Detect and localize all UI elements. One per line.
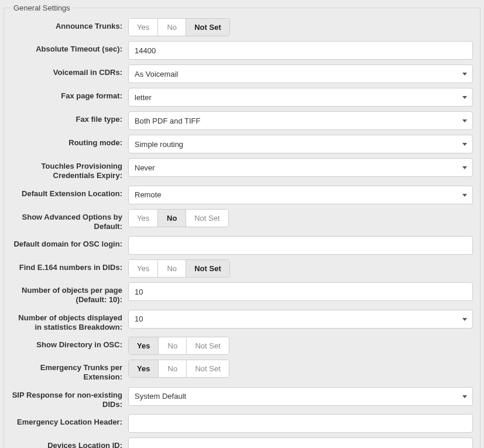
- default-domain-osc-input[interactable]: [128, 236, 473, 255]
- label-sip-response: SIP Response for non-existing DIDs:: [11, 387, 128, 410]
- show-advanced-toggle[interactable]: Yes No Not Set: [128, 209, 229, 227]
- label-announce-trunks: Announce Trunks:: [11, 18, 128, 31]
- fax-page-format-select[interactable]: [128, 88, 473, 107]
- devices-location-id-input[interactable]: [128, 437, 473, 448]
- label-show-directory-osc: Show Directory in OSC:: [11, 337, 128, 350]
- touchless-provisioning-select[interactable]: [128, 158, 473, 177]
- find-e164-no[interactable]: No: [158, 260, 186, 277]
- announce-trunks-no[interactable]: No: [158, 19, 186, 36]
- label-default-ext-location: Default Extension Location:: [11, 186, 128, 199]
- general-settings-fieldset: General Settings Announce Trunks: Yes No…: [4, 4, 480, 448]
- row-touchless-provisioning: Touchles Provisioning Credentials Expiry…: [11, 158, 473, 181]
- label-show-advanced: Show Advanced Options by Default:: [11, 209, 128, 232]
- announce-trunks-toggle[interactable]: Yes No Not Set: [128, 18, 230, 36]
- show-directory-osc-notset[interactable]: Not Set: [187, 337, 228, 354]
- emergency-trunks-yes[interactable]: Yes: [129, 360, 159, 377]
- show-advanced-yes[interactable]: Yes: [129, 210, 158, 227]
- row-fax-file-type: Fax file type:: [11, 111, 473, 130]
- row-announce-trunks: Announce Trunks: Yes No Not Set: [11, 18, 473, 36]
- default-ext-location-select[interactable]: [128, 186, 473, 204]
- row-objects-per-page: Number of objects per page (Default: 10)…: [11, 282, 473, 305]
- row-voicemail-cdrs: Voicemail in CDRs:: [11, 64, 473, 83]
- emergency-trunks-notset[interactable]: Not Set: [187, 360, 228, 377]
- row-objects-stats: Number of objects displayed in statistic…: [11, 310, 473, 333]
- objects-per-page-input[interactable]: [128, 282, 473, 301]
- row-show-advanced: Show Advanced Options by Default: Yes No…: [11, 209, 473, 232]
- find-e164-toggle[interactable]: Yes No Not Set: [128, 259, 230, 278]
- row-absolute-timeout: Absolute Timeout (sec):: [11, 41, 473, 60]
- show-directory-osc-no[interactable]: No: [159, 337, 187, 354]
- voicemail-cdrs-select[interactable]: [128, 64, 473, 83]
- emergency-trunks-toggle[interactable]: Yes No Not Set: [128, 360, 229, 378]
- routing-mode-select[interactable]: [128, 135, 473, 153]
- show-advanced-notset[interactable]: Not Set: [186, 210, 228, 227]
- label-emergency-location-header: Emergency Location Header:: [11, 414, 128, 427]
- row-find-e164: Find E.164 numbers in DIDs: Yes No Not S…: [11, 259, 473, 278]
- label-emergency-trunks: Emergency Trunks per Extension:: [11, 360, 128, 382]
- emergency-trunks-no[interactable]: No: [159, 360, 187, 377]
- row-show-directory-osc: Show Directory in OSC: Yes No Not Set: [11, 337, 473, 355]
- label-voicemail-cdrs: Voicemail in CDRs:: [11, 64, 128, 77]
- sip-response-select[interactable]: [128, 387, 473, 406]
- objects-stats-select[interactable]: [128, 310, 473, 329]
- announce-trunks-yes[interactable]: Yes: [129, 19, 158, 36]
- label-default-domain-osc: Default domain for OSC login:: [11, 236, 128, 249]
- show-directory-osc-yes[interactable]: Yes: [129, 337, 159, 354]
- announce-trunks-notset[interactable]: Not Set: [186, 19, 229, 36]
- row-devices-location-id: Devices Location ID:: [11, 437, 473, 448]
- label-fax-page-format: Fax page format:: [11, 88, 128, 101]
- show-advanced-no[interactable]: No: [158, 210, 186, 227]
- emergency-location-header-input[interactable]: [128, 414, 473, 433]
- row-default-ext-location: Default Extension Location:: [11, 186, 473, 204]
- find-e164-notset[interactable]: Not Set: [186, 260, 229, 277]
- row-routing-mode: Routing mode:: [11, 135, 473, 153]
- row-emergency-location-header: Emergency Location Header:: [11, 414, 473, 433]
- row-emergency-trunks: Emergency Trunks per Extension: Yes No N…: [11, 360, 473, 382]
- show-directory-osc-toggle[interactable]: Yes No Not Set: [128, 337, 229, 355]
- row-default-domain-osc: Default domain for OSC login:: [11, 236, 473, 255]
- row-fax-page-format: Fax page format:: [11, 88, 473, 107]
- label-absolute-timeout: Absolute Timeout (sec):: [11, 41, 128, 54]
- absolute-timeout-input[interactable]: [128, 41, 473, 60]
- label-objects-stats: Number of objects displayed in statistic…: [11, 310, 128, 333]
- fax-file-type-select[interactable]: [128, 111, 473, 130]
- find-e164-yes[interactable]: Yes: [129, 260, 158, 277]
- label-routing-mode: Routing mode:: [11, 135, 128, 148]
- label-touchless-provisioning: Touchles Provisioning Credentials Expiry…: [11, 158, 128, 181]
- label-fax-file-type: Fax file type:: [11, 111, 128, 124]
- row-sip-response: SIP Response for non-existing DIDs:: [11, 387, 473, 410]
- label-devices-location-id: Devices Location ID:: [11, 437, 128, 448]
- label-objects-per-page: Number of objects per page (Default: 10)…: [11, 282, 128, 305]
- label-find-e164: Find E.164 numbers in DIDs:: [11, 259, 128, 272]
- fieldset-legend: General Settings: [11, 4, 73, 12]
